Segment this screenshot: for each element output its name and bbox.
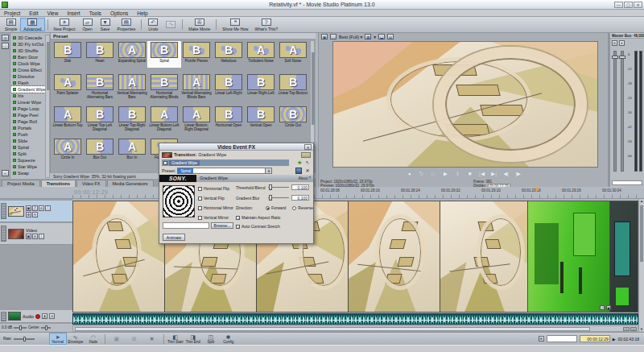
tree-item-iris[interactable]: Iris [11, 93, 45, 99]
param-value-field[interactable]: 0.100 [291, 184, 309, 190]
master-fader-thumb-right[interactable] [619, 56, 625, 59]
master-fader-thumb-left[interactable] [612, 56, 618, 59]
slider-thumb[interactable] [269, 184, 272, 190]
tree-item-dissolve[interactable]: Dissolve [11, 73, 45, 80]
audio-track-header[interactable]: Audio ▮ ⊘ [0, 310, 72, 323]
envelope-tool[interactable]: ∿Envelope [67, 333, 85, 345]
preset-linear-right-left[interactable]: BLinear Right-Left [245, 74, 277, 99]
video-track-label[interactable]: Video [26, 228, 44, 233]
menu-options[interactable]: Options [110, 10, 128, 16]
master-fader-right[interactable] [621, 51, 624, 172]
overlays-grid-icon[interactable]: ▦ [365, 34, 371, 39]
cursor-position-field[interactable]: 00:00:12:29 [580, 335, 610, 342]
close-button[interactable]: ✕ [634, 2, 642, 8]
preset-spiral[interactable]: BSpiral [148, 42, 180, 67]
preset-circle-in[interactable]: ACircle In [52, 139, 84, 164]
tree-item-portals[interactable]: Portals [11, 125, 45, 131]
go-to-start-button[interactable]: |◀ [477, 169, 487, 178]
next-frame-button[interactable]: |▶ [514, 169, 523, 178]
trim-start-button[interactable]: ◧Trim Start [167, 333, 184, 345]
tree-item-page-roll[interactable]: Page Roll [11, 118, 45, 125]
undo-button[interactable]: ↶Undo [144, 18, 162, 31]
menu-view[interactable]: View [47, 10, 58, 16]
dropdown-arrow-icon[interactable]: ▼ [265, 168, 271, 173]
tree-item-squeeze[interactable]: Squeeze [11, 157, 45, 164]
video-event-frame[interactable] [73, 201, 165, 312]
event-tool-2[interactable]: ⊞ [126, 333, 143, 345]
tree-item-split[interactable]: Split [11, 151, 45, 157]
preset-linear-bottom-top[interactable]: ALinear Bottom-Top [52, 106, 84, 131]
preset-heart[interactable]: BHeart [84, 42, 116, 67]
snapshot-camera-icon[interactable]: ⬓ [378, 34, 385, 39]
timeline-ruler[interactable]: 00:00:12:29 00:01:28:0800:01:28:1600:01:… [0, 187, 644, 199]
preset-dial[interactable]: BDial [52, 42, 84, 67]
track-motion-icon[interactable]: ▣ [26, 234, 31, 239]
gradient-file-input[interactable] [163, 222, 209, 229]
tab-media-generators[interactable]: Media Generators [107, 180, 154, 187]
preset-vertical-alternating-bars[interactable]: AVertical Alternating Bars [116, 74, 148, 99]
checkbox-maintain-aspect-ratio[interactable]: ✓Maintain Aspect Ratio [236, 215, 280, 220]
plugin-chain-button[interactable] [301, 152, 311, 158]
mute-icon[interactable]: ⊘ [49, 313, 55, 319]
snap-icon[interactable]: ⊞ [539, 336, 544, 342]
video-track-header-2[interactable]: Video ▣ ⊘ ! [0, 223, 72, 245]
selection-start-field[interactable] [547, 335, 577, 342]
preset-vertical-alternating-blinds-bars[interactable]: AVertical Alternating Blinds Bars [180, 74, 213, 99]
preset-linear-top-right-diagonal[interactable]: BLinear Top-Right Diagonal [116, 106, 148, 131]
preset-horizontal-alternating-bars[interactable]: BHorizontal Alternating Bars [84, 74, 116, 99]
audio-track-label[interactable]: Audio [23, 314, 34, 319]
loop-playback-button[interactable]: ↻ [417, 169, 427, 178]
make-movie-button[interactable]: ✇Make Movie [185, 18, 213, 31]
normal-edit-tool[interactable]: ➤Normal [49, 333, 67, 345]
timeline-vertical-scrollbar[interactable]: ▲ ▼ [638, 199, 644, 331]
radio-reverse[interactable]: Reverse [292, 205, 313, 210]
tab-video-fx[interactable]: Video FX [76, 180, 106, 187]
master-fader-left[interactable] [613, 51, 617, 172]
tree-item-3d-shuffle[interactable]: 3D Shuffle [11, 48, 45, 54]
solo-icon[interactable]: ! [39, 234, 44, 239]
slider-thumb[interactable] [269, 195, 272, 201]
preset-puzzle-pieces[interactable]: BPuzzle Pieces [180, 42, 213, 67]
preset-linear-top-left-diagonal[interactable]: BLinear Top-Left Diagonal [84, 106, 116, 131]
tree-item-cross-effect[interactable]: Cross Effect [11, 67, 45, 73]
zoom-in-icon[interactable]: + [630, 327, 637, 331]
preset-horizontal-alternating-blinds-bars[interactable]: BHorizontal Alternating Blinds Bars [148, 74, 180, 99]
menu-project[interactable]: Project [4, 10, 20, 16]
video-event-frame-dark[interactable] [610, 201, 638, 312]
video-event-frame-greenscreen[interactable] [528, 201, 610, 312]
event-pan-crop-icon[interactable]: ▣ [606, 305, 611, 310]
preset-box-out[interactable]: BBox Out [84, 139, 116, 164]
save-button[interactable]: ▼Save [97, 18, 114, 31]
track-grip[interactable] [1, 203, 6, 220]
simple-mode-button[interactable]: ▤Simple [2, 18, 20, 31]
tree-item-flash[interactable]: Flash [11, 80, 45, 86]
pan-slider[interactable] [41, 327, 51, 329]
redo-button[interactable]: ↷ [162, 18, 180, 31]
cursor-timecode-display[interactable]: 00:00:12:29 [74, 189, 108, 195]
track-grip[interactable] [1, 226, 6, 242]
record-arm-icon[interactable] [35, 314, 40, 319]
preset-soft-noise[interactable]: ASoft Noise [277, 42, 309, 67]
video-event-frame[interactable] [440, 201, 528, 312]
preset-box-in[interactable]: ABox In [116, 139, 148, 164]
timeline-horizontal-scrollbar[interactable]: − + [72, 325, 638, 332]
delete-preset-icon[interactable]: ✕ [304, 168, 311, 174]
whats-this-button[interactable]: ?What's This? [251, 18, 281, 31]
tree-item-swap[interactable]: Swap [11, 170, 45, 176]
plugin-enabled-checkbox[interactable]: ✓ [163, 161, 167, 165]
copy-snapshot-icon[interactable]: ⧉ [387, 34, 394, 39]
preset-linear-top-bottom[interactable]: BLinear Top-Bottom [277, 74, 309, 99]
about-link[interactable]: About ? [298, 175, 313, 182]
video-output-icon[interactable]: ▣ [321, 34, 328, 39]
stop-button[interactable]: ■ [465, 169, 475, 178]
preset-circle-out[interactable]: BCircle Out [277, 106, 309, 131]
preset-paint-splatter[interactable]: APaint Splatter [52, 74, 84, 99]
plugin-chip[interactable]: Gradient Wipe [169, 160, 200, 166]
dock-pin-icon[interactable]: ▪ [2, 170, 9, 176]
add-plugin-icon[interactable]: ✚ [296, 159, 303, 166]
level-icon[interactable]: ≡ [32, 212, 38, 217]
split-button[interactable]: ◫Split [202, 333, 220, 345]
properties-button[interactable]: ▤Properties [114, 18, 139, 31]
minimize-button[interactable]: — [614, 2, 623, 8]
animate-button[interactable]: Animate [163, 234, 185, 241]
